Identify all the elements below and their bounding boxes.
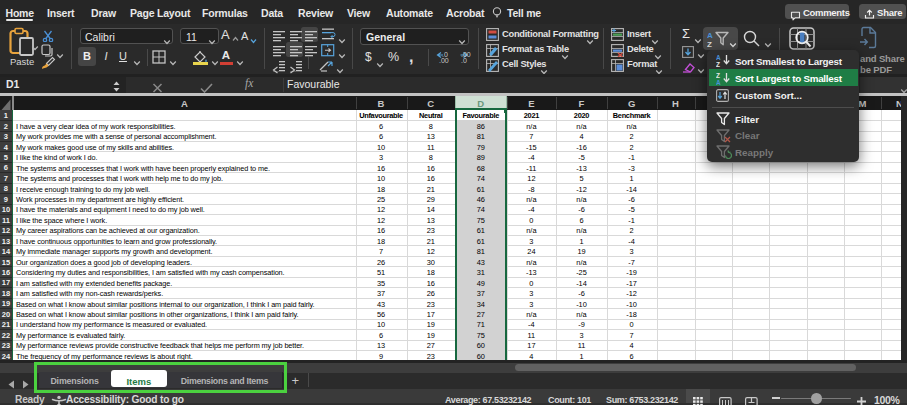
svg-text:Z: Z bbox=[707, 40, 712, 48]
svg-text:.00: .00 bbox=[439, 57, 449, 64]
svg-text:A: A bbox=[716, 54, 721, 61]
svg-text:Z: Z bbox=[716, 61, 720, 67]
svg-text:Z: Z bbox=[716, 72, 720, 79]
svg-text:.0: .0 bbox=[461, 57, 467, 64]
svg-text:A: A bbox=[716, 79, 721, 85]
